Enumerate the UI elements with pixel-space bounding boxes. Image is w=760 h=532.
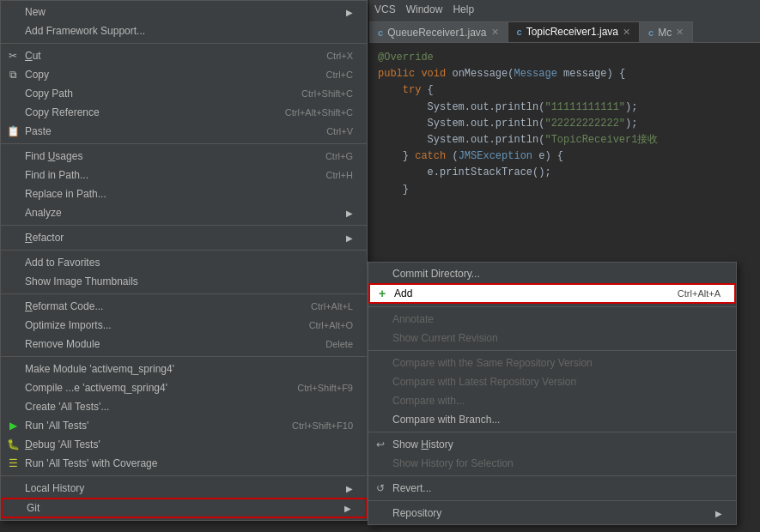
menu-compare-latest-repo: Compare with Latest Repository Version (368, 372, 736, 391)
menu-show-current-revision: Show Current Revision (368, 329, 736, 348)
menu-run-coverage[interactable]: ☰ Run 'All Tests' with Coverage (1, 454, 367, 473)
coverage-icon: ☰ (6, 456, 20, 470)
menu-help[interactable]: Help (453, 3, 474, 15)
menu-run-all-tests[interactable]: ▶ Run 'All Tests' Ctrl+Shift+F10 (1, 416, 367, 435)
menu-show-image-thumbnails[interactable]: Show Image Thumbnails (1, 272, 367, 291)
menu-create-all-tests[interactable]: Create 'All Tests'... (1, 397, 367, 416)
menu-compare-same-repo: Compare with the Same Repository Version (368, 354, 736, 372)
debug-icon: 🐛 (6, 438, 20, 451)
plus-icon: + (375, 287, 389, 300)
menu-replace-in-path[interactable]: Replace in Path... (1, 184, 367, 203)
menu-reformat-code[interactable]: Reformat Code... Ctrl+Alt+L (1, 297, 367, 316)
menu-repository[interactable]: Repository (368, 504, 736, 523)
separator-r5 (368, 500, 736, 501)
editor-tabs: c QueueReceiver1.java ✕ c TopicReceiver1… (369, 19, 760, 43)
menu-find-usages[interactable]: Find Usages Ctrl+G (1, 147, 367, 166)
tab-topic-receiver[interactable]: c TopicReceiver1.java ✕ (508, 21, 641, 42)
menu-new[interactable]: New (1, 3, 367, 21)
menu-paste[interactable]: 📋 Paste Ctrl+V (1, 122, 367, 141)
menu-add-framework[interactable]: Add Framework Support... (1, 21, 367, 40)
menu-local-history[interactable]: Local History (1, 479, 367, 498)
menu-remove-module[interactable]: Remove Module Delete (1, 335, 367, 354)
menu-copy-reference[interactable]: Copy Reference Ctrl+Alt+Shift+C (1, 103, 367, 122)
separator-2 (1, 143, 367, 144)
separator-5 (1, 293, 367, 294)
menu-git[interactable]: Git (1, 498, 367, 518)
separator-1 (1, 43, 367, 44)
menu-copy-path[interactable]: Copy Path Ctrl+Shift+C (1, 84, 367, 103)
tab-mc[interactable]: c Mc ✕ (640, 21, 693, 42)
menu-cut[interactable]: ✂ Cut Ctrl+X (1, 46, 367, 65)
menu-make-module[interactable]: Make Module 'activemq_spring4' (1, 360, 367, 378)
context-menu-git: Commit Directory... + Add Ctrl+Alt+A Ann… (368, 262, 737, 525)
menu-annotate: Annotate (368, 310, 736, 329)
context-menu-left: New Add Framework Support... ✂ Cut Ctrl+… (0, 0, 368, 521)
menu-vcs[interactable]: VCS (374, 3, 396, 15)
tab-queue-receiver[interactable]: c QueueReceiver1.java ✕ (369, 21, 508, 42)
menu-refactor[interactable]: Refactor (1, 228, 367, 247)
separator-r1 (368, 306, 736, 307)
menu-optimize-imports[interactable]: Optimize Imports... Ctrl+Alt+O (1, 316, 367, 335)
menu-copy[interactable]: ⧉ Copy Ctrl+C (1, 65, 367, 84)
paste-icon: 📋 (6, 124, 20, 138)
menu-add-favorites[interactable]: Add to Favorites (1, 253, 367, 272)
menu-compare-with-branch[interactable]: Compare with Branch... (368, 410, 736, 429)
menu-revert[interactable]: ↺ Revert... (368, 479, 736, 498)
menu-analyze[interactable]: Analyze (1, 203, 367, 222)
menu-window[interactable]: Window (406, 3, 443, 15)
revert-icon: ↺ (374, 481, 387, 495)
separator-3 (1, 225, 367, 226)
menu-show-history-selection: Show History for Selection (368, 454, 736, 473)
menu-debug-all-tests[interactable]: 🐛 Debug 'All Tests' (1, 435, 367, 454)
separator-r2 (368, 350, 736, 351)
menu-compile[interactable]: Compile ...e 'activemq_spring4' Ctrl+Shi… (1, 378, 367, 397)
menu-bar: VCS Window Help (369, 0, 760, 19)
history-icon: ↩ (374, 438, 387, 451)
separator-r3 (368, 432, 736, 432)
run-icon: ▶ (6, 419, 20, 432)
copy-icon: ⧉ (6, 68, 20, 82)
separator-r4 (368, 475, 736, 476)
separator-7 (1, 475, 367, 476)
menu-compare-with: Compare with... (368, 391, 736, 410)
menu-show-history[interactable]: ↩ Show History (368, 435, 736, 454)
menu-find-in-path[interactable]: Find in Path... Ctrl+H (1, 166, 367, 184)
scissors-icon: ✂ (6, 49, 20, 63)
menu-commit-directory[interactable]: Commit Directory... (368, 264, 736, 283)
separator-6 (1, 356, 367, 357)
separator-4 (1, 250, 367, 251)
menu-add[interactable]: + Add Ctrl+Alt+A (368, 283, 736, 304)
